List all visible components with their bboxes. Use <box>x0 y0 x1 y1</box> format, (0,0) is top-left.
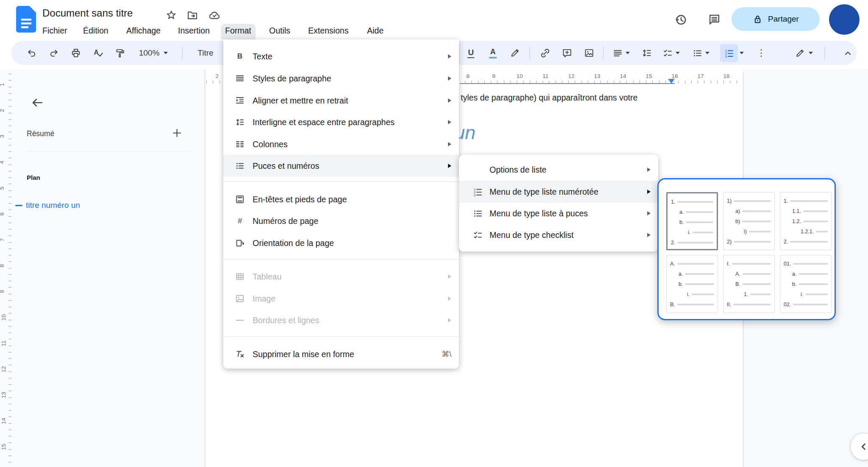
ruler-number: 15 <box>0 444 7 450</box>
chevron-down-icon <box>626 52 630 54</box>
highlight-color-button[interactable] <box>506 44 524 62</box>
outline-title: Plan <box>27 174 40 181</box>
menubar-outils[interactable]: Outils <box>265 24 295 37</box>
menu-item-aligner[interactable]: Aligner et mettre en retrait <box>223 89 459 112</box>
ruler-tick <box>8 87 11 87</box>
ruler-tick <box>8 372 11 372</box>
submenu-item-liste-a-puces[interactable]: Menu de type liste à puces <box>459 202 658 224</box>
document-text-line[interactable]: tyles de paragraphe) qui apparaîtront da… <box>461 93 637 103</box>
ruler-number: 9 <box>0 290 5 294</box>
share-button[interactable]: Partager <box>732 7 820 31</box>
close-outline-back-icon[interactable] <box>31 96 44 109</box>
menubar-fichier[interactable]: Fichier <box>38 24 72 37</box>
ruler-tick <box>8 190 11 191</box>
ruler-number: 8 <box>466 73 470 79</box>
ruler-number: 6 <box>0 213 5 216</box>
ruler-indent-marker[interactable] <box>668 79 675 84</box>
hide-menus-button[interactable] <box>839 44 857 62</box>
menu-item-puces-et-numeros[interactable]: Puces et numéros <box>223 155 459 177</box>
ruler-tick <box>8 249 11 249</box>
list-style-tile-roman[interactable]: I. A. B. 1. II. <box>723 255 775 313</box>
menu-item-orientation[interactable]: Orientation de la page <box>223 232 459 254</box>
list-style-tile-paren[interactable]: 1) a) b) i) 2) <box>723 192 775 250</box>
ruler-number: 13 <box>594 73 600 79</box>
numbered-list-dropdown[interactable] <box>737 44 746 62</box>
paragraph-style-select[interactable]: Titre <box>189 44 222 62</box>
ruler-tick <box>8 313 11 313</box>
version-history-icon[interactable] <box>674 13 687 26</box>
menu-item-tableau: Tableau <box>223 266 459 288</box>
bulleted-list-button[interactable] <box>689 44 712 62</box>
comments-icon[interactable] <box>708 13 721 26</box>
ruler-tick <box>8 261 11 262</box>
list-style-tile-multilevel-decimal[interactable]: 1. 1.1. 1.2. 1.2.1. 2. <box>780 192 832 250</box>
print-button[interactable] <box>67 44 85 62</box>
numbered-list-button[interactable] <box>720 44 738 62</box>
menu-item-en-tetes[interactable]: En-têtes et pieds de page <box>223 188 459 210</box>
redo-button[interactable] <box>45 44 63 62</box>
menu-item-interligne[interactable]: Interligne et espace entre paragraphes <box>223 111 459 133</box>
checklist-button[interactable] <box>659 44 683 62</box>
submenu-item-options-de-liste[interactable]: Options de liste <box>459 159 658 181</box>
toolbar-divider <box>824 47 825 59</box>
menubar-insertion[interactable]: Insertion <box>174 24 214 37</box>
submenu-arrow-icon <box>647 190 651 194</box>
ruler-tick <box>704 81 704 84</box>
editing-mode-button[interactable] <box>790 44 817 62</box>
ruler-number: 18 <box>723 73 729 79</box>
more-tools-button[interactable]: ⋮ <box>752 44 770 62</box>
ruler-tick <box>8 287 11 288</box>
move-to-folder-icon[interactable] <box>186 9 198 21</box>
ruler-tick <box>206 81 207 84</box>
menubar-format[interactable]: Format <box>221 24 256 39</box>
ruler-tick <box>8 235 11 236</box>
list-style-tile-decimal-alpha-roman[interactable]: 1. a. b. i. 2. <box>666 192 718 250</box>
spellcheck-button[interactable] <box>89 44 107 62</box>
submenu-arrow-icon <box>448 274 451 279</box>
account-avatar[interactable] <box>829 4 860 35</box>
chevron-left-icon <box>857 440 868 453</box>
docs-logo[interactable] <box>16 6 36 35</box>
ruler-number: 2 <box>0 109 5 112</box>
ruler-number: 2 <box>215 73 219 79</box>
align-button[interactable] <box>609 44 633 62</box>
menubar-affichage[interactable]: Affichage <box>122 24 165 37</box>
menubar-extensions[interactable]: Extensions <box>304 24 353 37</box>
document-title[interactable]: Document sans titre <box>42 7 133 19</box>
ruler-number: 5 <box>0 187 5 190</box>
add-summary-button[interactable] <box>171 127 183 139</box>
menu-item-texte[interactable]: B Texte <box>223 45 459 67</box>
ruler-tick <box>8 93 11 94</box>
bullets-numbering-submenu: Options de liste Menu de type liste numé… <box>459 155 658 252</box>
list-style-tile-leading-zero[interactable]: 01. a. b. i. 02. <box>780 255 832 313</box>
star-icon[interactable] <box>165 9 177 21</box>
menu-item-supprimer-mise-en-forme[interactable]: Supprimer la mise en forme ⌘\ <box>223 343 459 365</box>
add-comment-button[interactable] <box>558 44 576 62</box>
paint-format-button[interactable] <box>111 44 129 62</box>
list-style-tile-upper-alpha[interactable]: A. a. b. i. B. <box>666 255 718 313</box>
line-spacing-button[interactable] <box>638 44 656 62</box>
ruler-number: 8 <box>0 264 5 268</box>
menu-item-numeros-de-page[interactable]: # Numéros de page <box>223 210 459 232</box>
chevron-down-icon <box>705 52 709 54</box>
ruler-tick <box>723 81 724 84</box>
underline-button[interactable]: U <box>462 44 480 62</box>
menu-item-styles-de-paragraphe[interactable]: Styles de paragraphe <box>223 67 459 89</box>
zoom-select[interactable]: 100% <box>135 44 172 62</box>
undo-button[interactable] <box>23 44 41 62</box>
menubar-edition[interactable]: Édition <box>79 24 113 37</box>
insert-link-button[interactable] <box>536 44 554 62</box>
insert-image-button[interactable] <box>580 44 598 62</box>
submenu-item-checklist[interactable]: Menu de type checklist <box>459 224 658 246</box>
ruler-tick <box>8 139 11 139</box>
menu-item-colonnes[interactable]: Colonnes <box>223 133 459 155</box>
text-color-button[interactable]: A <box>484 44 502 62</box>
menubar-aide[interactable]: Aide <box>363 24 388 37</box>
ruler-tick <box>8 442 11 443</box>
outline-item-titre-numero-un[interactable]: titre numéro un <box>26 201 80 210</box>
submenu-item-liste-numerotee[interactable]: Menu de type liste numérotée <box>459 181 658 203</box>
chevron-down-icon <box>164 52 168 54</box>
ruler-tick <box>8 352 11 352</box>
ruler-tick <box>8 223 11 223</box>
ruler-number: 13 <box>0 392 7 398</box>
